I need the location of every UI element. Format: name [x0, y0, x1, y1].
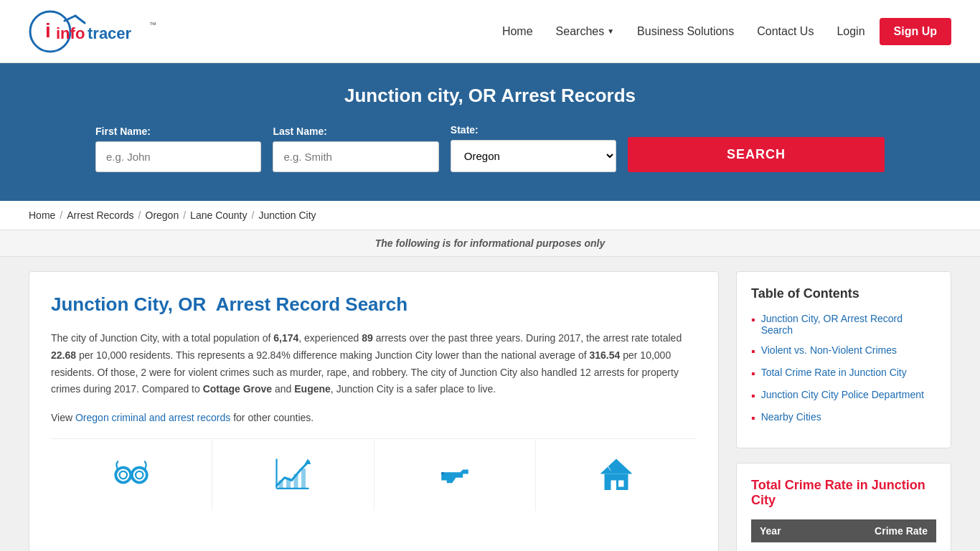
- crime-rate-table: Year Crime Rate: [751, 519, 936, 542]
- breadcrumb-sep-3: /: [183, 209, 186, 221]
- search-button[interactable]: SEARCH: [628, 137, 885, 172]
- nav-login[interactable]: Login: [828, 19, 873, 44]
- house-icon-cell: [536, 439, 697, 511]
- gun-icon-cell: [374, 439, 536, 511]
- nav-searches[interactable]: Searches: [547, 19, 623, 44]
- svg-point-10: [120, 471, 128, 479]
- toc-item-1: Junction City, OR Arrest Record Search: [751, 313, 936, 336]
- toc-item-4: Junction City City Police Department: [751, 389, 936, 402]
- crime-rate-box: Total Crime Rate in Junction City Year C…: [736, 463, 951, 551]
- svg-rect-23: [618, 480, 624, 486]
- svg-rect-16: [294, 474, 298, 488]
- crime-rate-col-rate: Crime Rate: [816, 519, 936, 542]
- state-label: State:: [451, 124, 616, 136]
- breadcrumb-lane-county[interactable]: Lane County: [190, 209, 247, 221]
- toc-link-4[interactable]: Junction City City Police Department: [761, 389, 924, 400]
- toc-link-2[interactable]: Violent vs. Non-Violent Crimes: [761, 344, 897, 356]
- house-icon: [595, 453, 638, 496]
- toc-link-1[interactable]: Junction City, OR Arrest Record Search: [761, 313, 936, 336]
- svg-rect-17: [301, 468, 306, 489]
- heading-blue: Junction City, OR: [51, 293, 206, 315]
- handcuffs-icon: [110, 453, 153, 496]
- svg-rect-22: [611, 480, 616, 490]
- crime-rate-title: Total Crime Rate in Junction City: [751, 478, 936, 508]
- svg-text:info: info: [56, 24, 85, 42]
- breadcrumb-sep-4: /: [252, 209, 255, 221]
- logo-area: i info tracer ™: [29, 10, 172, 53]
- svg-text:tracer: tracer: [88, 24, 132, 42]
- breadcrumb-home[interactable]: Home: [29, 209, 55, 221]
- content-area: Junction City, OR Arrest Record Search T…: [29, 271, 719, 551]
- hero-title: Junction city, OR Arrest Records: [29, 85, 951, 107]
- toc-title: Table of Contents: [751, 286, 936, 301]
- heading-black: Arrest Record Search: [216, 293, 407, 315]
- content-link-paragraph: View Oregon criminal and arrest records …: [51, 410, 697, 427]
- nav-signup[interactable]: Sign Up: [880, 18, 951, 45]
- sidebar: Table of Contents Junction City, OR Arre…: [736, 271, 951, 551]
- toc-item-2: Violent vs. Non-Violent Crimes: [751, 344, 936, 358]
- svg-marker-18: [305, 458, 311, 464]
- content-paragraph: The city of Junction City, with a total …: [51, 330, 697, 398]
- first-name-label: First Name:: [95, 126, 261, 137]
- svg-rect-19: [441, 472, 444, 474]
- toc-link-3[interactable]: Total Crime Rate in Junction City: [761, 367, 907, 378]
- last-name-input[interactable]: [273, 141, 438, 172]
- breadcrumb-sep-2: /: [138, 209, 141, 221]
- svg-marker-20: [600, 458, 632, 474]
- state-select[interactable]: Oregon: [451, 140, 616, 172]
- toc-item-5: Nearby Cities: [751, 411, 936, 425]
- nav-home[interactable]: Home: [494, 19, 542, 44]
- info-banner-text: The following is for informational purpo…: [375, 237, 605, 249]
- breadcrumb-junction-city[interactable]: Junction City: [258, 209, 316, 221]
- oregon-records-link[interactable]: Oregon criminal and arrest records: [75, 412, 230, 423]
- svg-point-11: [136, 471, 143, 479]
- svg-line-3: [75, 16, 85, 23]
- nav-contact-us[interactable]: Contact Us: [748, 19, 822, 44]
- crime-rate-col-year: Year: [751, 519, 816, 542]
- main-layout: Junction City, OR Arrest Record Search T…: [0, 257, 980, 551]
- breadcrumb: Home / Arrest Records / Oregon / Lane Co…: [0, 201, 980, 230]
- hero-section: Junction city, OR Arrest Records First N…: [0, 63, 980, 201]
- content-heading: Junction City, OR Arrest Record Search: [51, 293, 697, 316]
- handcuffs-icon-cell: [51, 439, 212, 511]
- first-name-group: First Name:: [95, 126, 261, 172]
- link-suffix: for other counties.: [233, 412, 314, 423]
- svg-rect-15: [286, 478, 291, 489]
- toc-link-5[interactable]: Nearby Cities: [761, 411, 821, 423]
- logo-svg: i info tracer ™: [29, 10, 172, 53]
- svg-rect-14: [279, 480, 283, 488]
- trend-icon: [271, 453, 314, 496]
- breadcrumb-oregon[interactable]: Oregon: [146, 209, 179, 221]
- search-form: First Name: Last Name: State: Oregon SEA…: [95, 124, 885, 172]
- header: i info tracer ™ Home Searches Business S…: [0, 0, 980, 63]
- info-banner: The following is for informational purpo…: [0, 230, 980, 257]
- first-name-input[interactable]: [95, 141, 261, 172]
- breadcrumb-sep-1: /: [60, 209, 62, 221]
- main-nav: Home Searches Business Solutions Contact…: [494, 18, 951, 45]
- last-name-group: Last Name:: [273, 126, 438, 172]
- toc-box: Table of Contents Junction City, OR Arre…: [736, 271, 951, 448]
- svg-text:™: ™: [149, 21, 156, 29]
- last-name-label: Last Name:: [273, 126, 438, 137]
- toc-list: Junction City, OR Arrest Record Search V…: [751, 313, 936, 425]
- svg-text:i: i: [45, 19, 51, 42]
- toc-item-3: Total Crime Rate in Junction City: [751, 367, 936, 380]
- logo-wrapper: i info tracer ™: [29, 10, 172, 53]
- crime-rate-table-header-row: Year Crime Rate: [751, 519, 936, 542]
- breadcrumb-arrest-records[interactable]: Arrest Records: [67, 209, 133, 221]
- nav-business-solutions[interactable]: Business Solutions: [628, 19, 743, 44]
- gun-icon: [433, 453, 476, 496]
- trend-icon-cell: [212, 439, 374, 511]
- state-group: State: Oregon: [451, 124, 616, 172]
- icons-row: [51, 438, 697, 511]
